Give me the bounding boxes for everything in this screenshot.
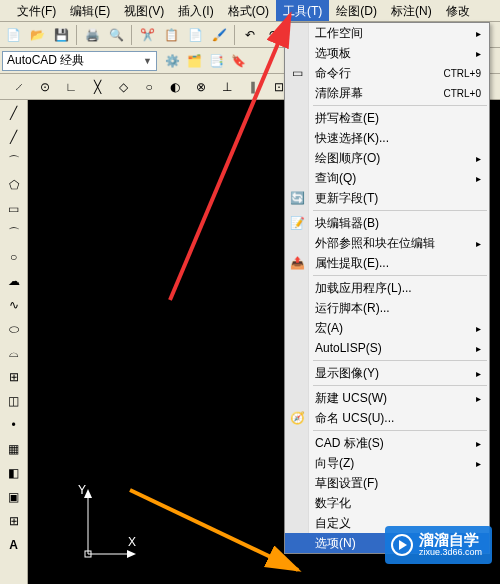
watermark: 溜溜自学 zixue.3d66.com bbox=[385, 526, 492, 564]
watermark-url: zixue.3d66.com bbox=[419, 548, 482, 558]
watermark-title: 溜溜自学 bbox=[419, 532, 482, 549]
play-icon bbox=[391, 534, 413, 556]
annotation-arrow-orange bbox=[0, 0, 500, 584]
svg-line-10 bbox=[130, 490, 298, 570]
